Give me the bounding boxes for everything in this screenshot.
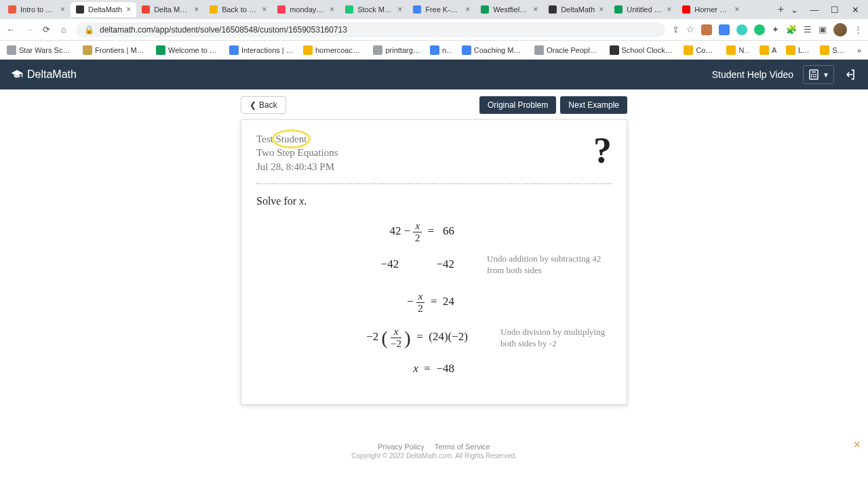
bookmark-item[interactable]: AP [760,45,776,55]
browser-tab[interactable]: Back to School× [204,2,272,17]
close-icon[interactable]: × [60,5,65,14]
svg-point-7 [816,77,816,77]
bookmark-item[interactable]: NMSI [726,45,750,55]
extension-icon[interactable]: ✦ [772,24,779,35]
chevron-down-icon[interactable]: ⌄ [789,5,799,15]
url-input[interactable]: 🔒 deltamath.com/app/student/solve/165085… [76,22,665,37]
browser-tab[interactable]: Untitled sprea× [609,2,677,17]
problem-prompt: Solve for x. [256,195,612,207]
close-icon[interactable]: × [194,5,199,14]
svg-point-3 [814,75,814,75]
bookmark-item[interactable]: School Clock | From... [610,45,675,55]
extension-icon[interactable] [701,24,712,35]
extensions-menu-icon[interactable]: 🧩 [786,24,797,35]
close-icon[interactable]: × [599,5,604,14]
logout-icon[interactable] [844,68,857,81]
copyright-text: Copyright © 2022 DeltaMath.com. All Righ… [0,452,868,460]
problem-card: ? Test Student Two Step Equations Jul 28… [241,119,627,405]
help-video-link[interactable]: Student Help Video [712,69,793,80]
close-icon[interactable]: ✕ [853,439,861,450]
timestamp: Jul 28, 8:40:43 PM [256,160,612,174]
close-icon[interactable]: × [533,5,538,14]
browser-tab[interactable]: Stock Markets× [340,2,408,17]
back-button[interactable]: ❮ Back [241,96,286,114]
reading-list-icon[interactable]: ☰ [804,24,812,35]
bookmark-item[interactable]: Welcome to ShareP... [156,45,220,55]
reload-button[interactable]: ⟳ [41,24,52,35]
page-content: ❮ Back Original Problem Next Example ? T… [0,89,868,462]
app-header: DeltaMath Student Help Video ▼ [0,60,868,89]
nav-back-button[interactable]: ← [5,24,16,35]
student-name: Test Student [256,132,612,146]
solution-steps: 42 − x2 = 66 −42 −42Undo addition by sub… [256,221,612,375]
bookmark-item[interactable]: Coaching Menu - G... [462,45,525,55]
new-tab-button[interactable]: + [772,2,789,17]
bookmark-item[interactable]: Interactions | Engag... [229,45,294,55]
minimize-button[interactable]: — [810,5,819,15]
bookmark-item[interactable]: Lynda [786,45,810,55]
menu-icon[interactable]: ⋮ [854,24,863,35]
close-icon[interactable]: × [465,5,470,14]
browser-tab[interactable]: Westfield Was× [475,2,543,17]
browser-tab[interactable]: Delta Math! - h× [136,2,204,17]
terms-link[interactable]: Terms of Service [435,443,490,451]
caret-down-icon: ▼ [823,71,829,79]
extension-icon[interactable] [736,24,747,35]
equation-step: − x2 = 24 [256,291,460,314]
equation-step: −2 ( x−2 ) = (24)(−2) [256,327,473,349]
address-bar: ← → ⟳ ⌂ 🔒 deltamath.com/app/student/solv… [0,19,868,41]
graduation-cap-icon [11,68,23,81]
brand-logo[interactable]: DeltaMath [11,68,77,81]
bookmark-item[interactable]: Star Wars Scene Tra... [7,45,73,55]
toolbar-icons: ⇪ ☆ ✦ 🧩 ☰ ▣ ⋮ [672,23,863,37]
next-example-button[interactable]: Next Example [560,96,627,114]
calculator-icon [808,68,820,81]
svg-point-4 [816,75,816,75]
nav-forward-button[interactable]: → [23,24,34,35]
bookmark-item[interactable]: Coaching [684,45,717,55]
help-icon[interactable]: ? [593,129,612,171]
original-problem-button[interactable]: Original Problem [479,96,556,114]
bookmark-item[interactable]: hornercoachingcor... [303,45,364,55]
home-button[interactable]: ⌂ [58,24,69,35]
close-icon[interactable]: × [667,5,671,14]
browser-tab[interactable]: Free K-12 Cou× [408,2,475,17]
profile-avatar[interactable] [833,23,847,37]
bookmark-item[interactable]: Oracle PeopleSoft S... [534,45,600,55]
bookmark-item[interactable]: Frontiers | Molecula... [83,45,146,55]
extension-icon[interactable] [719,24,730,35]
share-icon[interactable]: ⇪ [672,24,679,35]
tab-bar: Intro to Algebra×DeltaMath×Delta Math! -… [0,0,868,19]
assignment-name: Two Step Equations [256,146,612,159]
extension-icon[interactable] [754,24,765,35]
close-icon[interactable]: × [262,5,267,14]
browser-tab[interactable]: Horner EdTech× [677,2,745,17]
close-window-button[interactable]: ✕ [850,5,860,15]
url-text: deltamath.com/app/student/solve/16508548… [100,25,347,35]
bookmarks-overflow[interactable]: » [857,46,861,54]
bookmarks-bar: Star Wars Scene Tra...Frontiers | Molecu… [0,41,868,60]
svg-point-2 [812,75,812,75]
sidepanel-icon[interactable]: ▣ [818,24,827,35]
divider [256,183,612,184]
bookmark-item[interactable]: Sphero [820,45,848,55]
browser-tab[interactable]: DeltaMath× [71,2,136,17]
privacy-link[interactable]: Privacy Policy [378,443,424,451]
close-icon[interactable]: × [734,5,739,14]
close-icon[interactable]: × [330,5,334,14]
brand-text: DeltaMath [27,68,77,81]
bookmark-item[interactable]: printtargets.net [373,45,420,55]
svg-point-5 [812,77,812,77]
bookmark-item[interactable]: nPlot [430,45,452,55]
maximize-button[interactable]: ☐ [830,5,840,15]
bookmark-star-icon[interactable]: ☆ [686,24,694,35]
browser-tab[interactable]: DeltaMath× [543,2,609,17]
calculator-button[interactable]: ▼ [803,65,834,84]
close-icon[interactable]: × [126,5,131,14]
browser-tab[interactable]: monday - Wor× [272,2,340,17]
svg-point-6 [814,77,814,77]
browser-tab[interactable]: Intro to Algebra× [3,2,71,17]
equation-step: −42 −42 [256,258,460,271]
problem-toolbar: ❮ Back Original Problem Next Example [241,96,627,114]
close-icon[interactable]: × [397,5,402,14]
